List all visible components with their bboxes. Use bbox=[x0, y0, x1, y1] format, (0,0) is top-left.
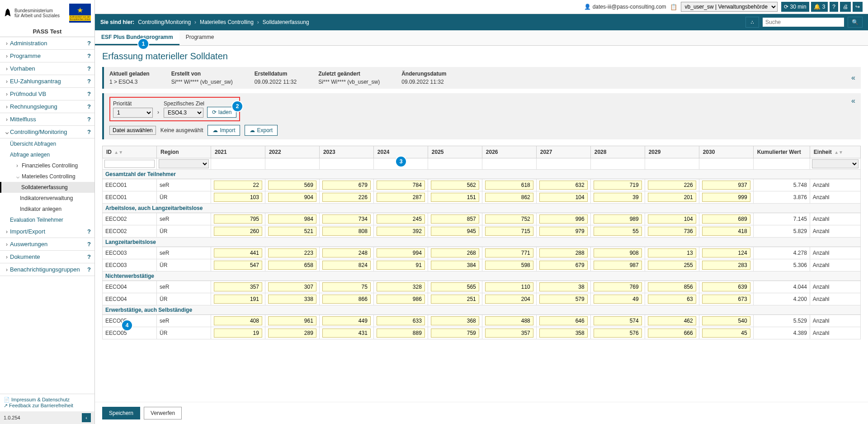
th-2029[interactable]: 2029 bbox=[645, 146, 699, 158]
laden-button[interactable]: ⟳ laden bbox=[207, 107, 236, 118]
nav-materielles-controlling[interactable]: ⌵Materielles Controlling bbox=[0, 171, 94, 182]
value-input[interactable] bbox=[431, 193, 479, 202]
value-input[interactable] bbox=[648, 227, 696, 236]
value-input[interactable] bbox=[539, 193, 588, 202]
value-input[interactable] bbox=[594, 248, 642, 257]
timer-button[interactable]: ⟳ 30 min bbox=[781, 2, 809, 12]
nav-indikatorenverwaltung[interactable]: Indikatorenverwaltung bbox=[0, 193, 94, 204]
save-button[interactable]: Speichern bbox=[102, 407, 140, 419]
th-2028[interactable]: 2028 bbox=[590, 146, 645, 158]
value-input[interactable] bbox=[322, 329, 371, 338]
value-input[interactable] bbox=[702, 282, 750, 291]
value-input[interactable] bbox=[539, 295, 588, 304]
sitemap-button[interactable]: ⛬ bbox=[745, 17, 759, 28]
value-input[interactable] bbox=[648, 282, 696, 291]
filter-id[interactable] bbox=[104, 160, 155, 168]
value-input[interactable] bbox=[377, 329, 425, 338]
value-input[interactable] bbox=[485, 227, 533, 236]
value-input[interactable] bbox=[268, 181, 316, 190]
value-input[interactable] bbox=[702, 214, 750, 224]
value-input[interactable] bbox=[431, 329, 479, 338]
value-input[interactable] bbox=[268, 227, 316, 236]
value-input[interactable] bbox=[539, 261, 588, 270]
value-input[interactable] bbox=[648, 329, 696, 338]
nav-vorhaben[interactable]: ›Vorhaben? bbox=[0, 62, 94, 75]
crumb-0[interactable]: Controlling/Monitoring bbox=[138, 19, 191, 25]
link-feedback[interactable]: ↗ Feedback zur Barrierefreiheit bbox=[4, 403, 91, 409]
tab-esf-plus[interactable]: ESF Plus Bundesprogramm bbox=[95, 30, 179, 45]
value-input[interactable] bbox=[377, 193, 425, 202]
value-input[interactable] bbox=[485, 329, 533, 338]
th-region[interactable]: Region bbox=[156, 146, 211, 158]
value-input[interactable] bbox=[648, 248, 696, 257]
value-input[interactable] bbox=[268, 214, 316, 224]
value-input[interactable] bbox=[377, 295, 425, 304]
value-input[interactable] bbox=[214, 193, 262, 202]
value-input[interactable] bbox=[377, 316, 425, 325]
value-input[interactable] bbox=[322, 181, 371, 190]
nav-eu-zahlungsantrag[interactable]: ›EU-Zahlungsantrag? bbox=[0, 75, 94, 88]
nav-administration[interactable]: ›Administration? bbox=[0, 37, 94, 50]
value-input[interactable] bbox=[214, 248, 262, 257]
value-input[interactable] bbox=[214, 316, 262, 325]
value-input[interactable] bbox=[431, 282, 479, 291]
th-einheit[interactable]: Einheit ▲▼ bbox=[810, 146, 860, 158]
value-input[interactable] bbox=[214, 295, 262, 304]
nav-auswertungen[interactable]: ›Auswertungen? bbox=[0, 238, 94, 251]
value-input[interactable] bbox=[377, 227, 425, 236]
value-input[interactable] bbox=[485, 261, 533, 270]
value-input[interactable] bbox=[377, 181, 425, 190]
nav-uebersicht-abfragen[interactable]: Übersicht Abfragen bbox=[0, 138, 94, 149]
value-input[interactable] bbox=[322, 295, 371, 304]
value-input[interactable] bbox=[377, 214, 425, 224]
value-input[interactable] bbox=[594, 282, 642, 291]
value-input[interactable] bbox=[594, 329, 642, 338]
value-input[interactable] bbox=[539, 214, 588, 224]
nav-abfrage-anlegen[interactable]: Abfrage anlegen bbox=[0, 149, 94, 160]
value-input[interactable] bbox=[648, 261, 696, 270]
value-input[interactable] bbox=[539, 316, 588, 325]
value-input[interactable] bbox=[594, 214, 642, 224]
value-input[interactable] bbox=[648, 214, 696, 224]
value-input[interactable] bbox=[214, 261, 262, 270]
filter-einheit[interactable] bbox=[812, 159, 859, 168]
value-input[interactable] bbox=[702, 316, 750, 325]
th-2027[interactable]: 2027 bbox=[536, 146, 590, 158]
value-input[interactable] bbox=[485, 181, 533, 190]
value-input[interactable] bbox=[431, 181, 479, 190]
value-input[interactable] bbox=[594, 316, 642, 325]
search-input[interactable] bbox=[763, 18, 844, 27]
value-input[interactable] bbox=[702, 181, 750, 190]
value-input[interactable] bbox=[702, 248, 750, 257]
nav-finanzielles-controlling[interactable]: ›Finanzielles Controlling bbox=[0, 160, 94, 171]
value-input[interactable] bbox=[485, 295, 533, 304]
value-input[interactable] bbox=[594, 227, 642, 236]
value-input[interactable] bbox=[268, 248, 316, 257]
nav-rechnungslegung[interactable]: ›Rechnungslegung? bbox=[0, 100, 94, 113]
th-2026[interactable]: 2026 bbox=[482, 146, 536, 158]
value-input[interactable] bbox=[268, 282, 316, 291]
print-button[interactable]: 🖨 bbox=[840, 2, 851, 12]
value-input[interactable] bbox=[377, 261, 425, 270]
logout-button[interactable]: ↪ bbox=[853, 2, 863, 12]
value-input[interactable] bbox=[268, 316, 316, 325]
help-button[interactable]: ? bbox=[830, 2, 838, 12]
th-2022[interactable]: 2022 bbox=[265, 146, 319, 158]
value-input[interactable] bbox=[322, 248, 371, 257]
value-input[interactable] bbox=[594, 181, 642, 190]
value-input[interactable] bbox=[702, 193, 750, 202]
nav-evaluation-teilnehmer[interactable]: Evaluation Teilnehmer bbox=[0, 214, 94, 225]
import-button[interactable]: ☁ Import bbox=[208, 125, 240, 136]
nav-programme[interactable]: ›Programme? bbox=[0, 50, 94, 62]
value-input[interactable] bbox=[702, 329, 750, 338]
value-input[interactable] bbox=[268, 329, 316, 338]
value-input[interactable] bbox=[431, 261, 479, 270]
value-input[interactable] bbox=[594, 261, 642, 270]
value-input[interactable] bbox=[322, 261, 371, 270]
value-input[interactable] bbox=[214, 282, 262, 291]
th-2030[interactable]: 2030 bbox=[699, 146, 753, 158]
ziel-select[interactable]: ESO4.3 bbox=[164, 108, 203, 118]
value-input[interactable] bbox=[322, 227, 371, 236]
file-choose-button[interactable]: Datei auswählen bbox=[109, 126, 156, 135]
nav-import-export[interactable]: ›Import/Export? bbox=[0, 225, 94, 238]
